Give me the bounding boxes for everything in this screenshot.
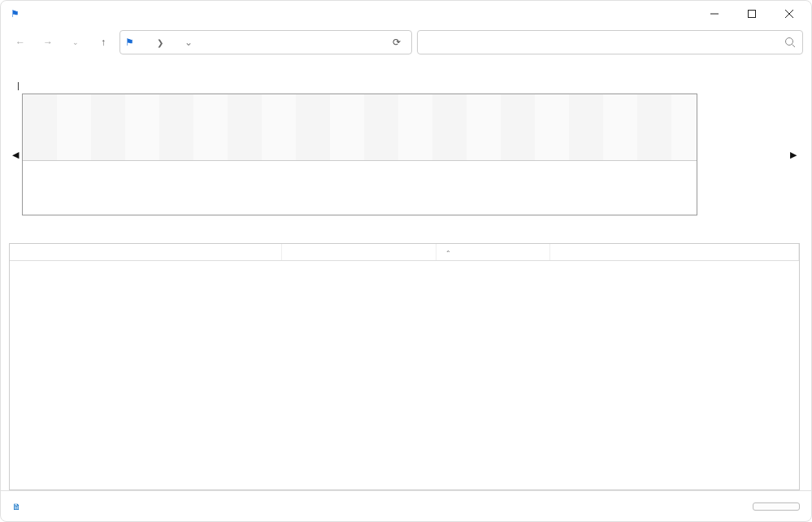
svg-rect-1 bbox=[749, 11, 756, 18]
recent-dropdown[interactable]: ⌄ bbox=[64, 31, 87, 54]
col-date[interactable]: ⌃ bbox=[436, 244, 550, 260]
save-icon: 🗎 bbox=[12, 502, 21, 511]
up-button[interactable]: ↑ bbox=[92, 31, 115, 54]
back-button[interactable]: ← bbox=[9, 31, 32, 54]
breadcrumb-item-security[interactable] bbox=[147, 41, 154, 44]
y-axis bbox=[5, 94, 21, 215]
view-sep: | bbox=[15, 80, 22, 90]
col-action[interactable] bbox=[550, 244, 799, 260]
chevron-right-icon[interactable]: ❯ bbox=[157, 38, 163, 47]
chart-wrap: ◀ ▶ bbox=[9, 94, 800, 215]
ok-button[interactable] bbox=[753, 502, 800, 511]
breadcrumb-item-reliability[interactable] bbox=[167, 41, 173, 44]
svg-line-5 bbox=[792, 45, 796, 48]
maximize-button[interactable] bbox=[733, 1, 771, 27]
sort-asc-icon: ⌃ bbox=[445, 250, 451, 257]
search-input[interactable] bbox=[417, 30, 803, 54]
title-bar: ⚑ bbox=[1, 1, 811, 27]
close-button[interactable] bbox=[771, 1, 808, 27]
details-grid[interactable]: ⌃ bbox=[9, 243, 800, 490]
breadcrumb-prefix bbox=[137, 41, 144, 44]
minimize-button[interactable] bbox=[696, 1, 733, 27]
reliability-chart[interactable] bbox=[22, 94, 697, 215]
save-history-link[interactable]: 🗎 bbox=[12, 502, 23, 511]
chart-date-axis bbox=[22, 220, 697, 240]
content: | ◀ ▶ bbox=[1, 58, 811, 490]
grid-header: ⌃ bbox=[10, 244, 799, 261]
svg-point-4 bbox=[786, 38, 793, 46]
maximize-icon bbox=[748, 10, 756, 18]
view-toolbar: | bbox=[9, 80, 800, 90]
refresh-button[interactable]: ⟳ bbox=[387, 37, 406, 48]
scroll-right-button[interactable]: ▶ bbox=[787, 94, 800, 215]
breadcrumb-flag-icon: ⚑ bbox=[125, 37, 134, 48]
forward-button[interactable]: → bbox=[37, 31, 59, 54]
close-icon bbox=[785, 10, 793, 18]
chart-legend bbox=[697, 94, 787, 215]
app-flag-icon: ⚑ bbox=[11, 8, 20, 20]
col-summary[interactable] bbox=[282, 244, 436, 260]
search-icon bbox=[784, 37, 796, 50]
address-bar[interactable]: ⚑ ❯ ⌄ ⟳ bbox=[119, 30, 412, 54]
footer: 🗎 bbox=[1, 490, 811, 521]
col-source[interactable] bbox=[10, 244, 282, 260]
address-dropdown[interactable]: ⌄ bbox=[181, 37, 196, 48]
minimize-icon bbox=[710, 10, 719, 18]
nav-row: ← → ⌄ ↑ ⚑ ❯ ⌄ ⟳ bbox=[1, 27, 811, 58]
